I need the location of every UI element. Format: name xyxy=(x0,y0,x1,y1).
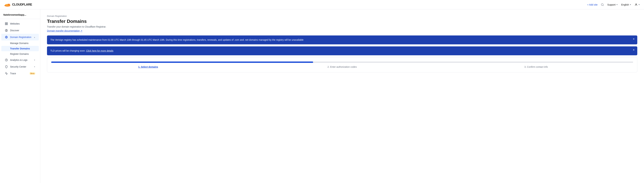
security-center-label: Security Center xyxy=(10,65,32,68)
websites-icon xyxy=(5,22,8,25)
analytics-logs-label: Analytics & Logs xyxy=(10,59,32,61)
sidebar-item-domain-registration[interactable]: Domain Registration ▲ xyxy=(1,34,39,41)
page-subtitle: Transfer your domain registration to Clo… xyxy=(47,25,637,28)
sidebar: Natebrownwebapp... Websites Discover xyxy=(0,10,40,183)
search-button[interactable] xyxy=(601,3,604,6)
stepper-steps: 1. Select domains 2. Enter authorization… xyxy=(51,66,633,68)
external-link-icon: ↗ xyxy=(80,29,82,32)
step-auth-codes: 2. Enter authorization codes xyxy=(245,66,439,68)
domain-registration-icon xyxy=(5,36,8,39)
svg-point-6 xyxy=(636,4,636,5)
main-content: Domain Registration Transfer Domains Tra… xyxy=(40,10,644,183)
sidebar-item-transfer-domains[interactable]: Transfer Domains xyxy=(1,46,39,51)
sidebar-item-security-center[interactable]: Security Center ▼ xyxy=(1,63,39,70)
svg-rect-9 xyxy=(5,24,6,25)
stepper-card: 1. Select domains 2. Enter authorization… xyxy=(47,57,637,72)
page-title: Transfer Domains xyxy=(47,19,637,24)
search-icon xyxy=(601,3,604,6)
svg-point-12 xyxy=(6,30,7,30)
tld-prices-alert-text: TLD prices will be changing soon. xyxy=(50,49,86,52)
svg-point-3 xyxy=(5,4,8,5)
step-select-domains[interactable]: 1. Select domains xyxy=(51,66,245,68)
register-domains-label: Register Domains xyxy=(10,53,29,55)
svg-point-4 xyxy=(602,4,604,6)
security-center-icon xyxy=(5,65,8,68)
account-name: Natebrownwebapp... xyxy=(0,12,40,19)
user-chevron-icon: ▼ xyxy=(638,4,640,6)
progress-bar-container xyxy=(51,62,633,63)
trace-beta-badge: Beta xyxy=(29,72,36,75)
manage-domains-label: Manage Domains xyxy=(10,42,28,45)
user-menu-button[interactable]: ▼ xyxy=(634,3,640,6)
analytics-logs-chevron-icon: ▼ xyxy=(34,59,36,61)
sidebar-item-register-domains[interactable]: Register Domains xyxy=(1,51,39,57)
sidebar-item-manage-domains[interactable]: Manage Domains xyxy=(1,41,39,46)
sidebar-item-websites[interactable]: Websites xyxy=(1,20,39,27)
user-icon xyxy=(634,3,638,6)
domain-registration-submenu: Manage Domains Transfer Domains Register… xyxy=(0,41,40,57)
trace-label: Trace xyxy=(10,72,27,75)
verisign-alert-close-button[interactable]: × xyxy=(633,38,634,41)
domain-registration-chevron-icon: ▲ xyxy=(34,36,36,38)
svg-rect-8 xyxy=(7,23,8,23)
analytics-logs-icon xyxy=(5,58,8,62)
logo[interactable]: CLOUDFLARE xyxy=(4,2,32,7)
trace-icon xyxy=(5,72,8,75)
cloudflare-logo-text: CLOUDFLARE xyxy=(12,3,32,7)
add-site-button[interactable]: + Add site xyxy=(587,3,598,6)
breadcrumb: Domain Registration xyxy=(47,15,637,17)
stepper-progress xyxy=(51,62,633,63)
discover-icon xyxy=(5,29,8,32)
tld-prices-alert: TLD prices will be changing soon. Click … xyxy=(47,46,637,55)
svg-rect-7 xyxy=(5,23,6,23)
sidebar-item-discover[interactable]: Discover xyxy=(1,27,39,34)
discover-label: Discover xyxy=(10,29,36,32)
step-confirm-contact: 3. Confirm contact info xyxy=(439,66,633,68)
sidebar-item-analytics-logs[interactable]: Analytics & Logs ▼ xyxy=(1,57,39,63)
security-center-chevron-icon: ▼ xyxy=(34,66,36,68)
websites-label: Websites xyxy=(10,22,36,25)
language-button[interactable]: English ▼ xyxy=(621,3,631,6)
support-chevron-icon: ▼ xyxy=(616,4,618,6)
support-button[interactable]: Support ▼ xyxy=(607,3,618,6)
progress-bar-fill xyxy=(51,62,313,63)
svg-line-5 xyxy=(603,5,604,6)
tld-prices-alert-close-button[interactable]: × xyxy=(633,48,634,51)
transfer-domains-label: Transfer Domains xyxy=(10,47,30,50)
cloudflare-logo-icon xyxy=(4,2,11,7)
verisign-alert: The Verisign registry has scheduled main… xyxy=(47,36,637,44)
sidebar-item-trace[interactable]: Trace Beta xyxy=(1,70,39,77)
doc-link[interactable]: Domain transfer documentation ↗ xyxy=(47,29,82,32)
domain-registration-label: Domain Registration xyxy=(10,36,32,39)
language-chevron-icon: ▼ xyxy=(630,4,631,6)
svg-rect-10 xyxy=(7,24,8,25)
tld-prices-alert-link[interactable]: Click here for more details xyxy=(86,49,114,52)
